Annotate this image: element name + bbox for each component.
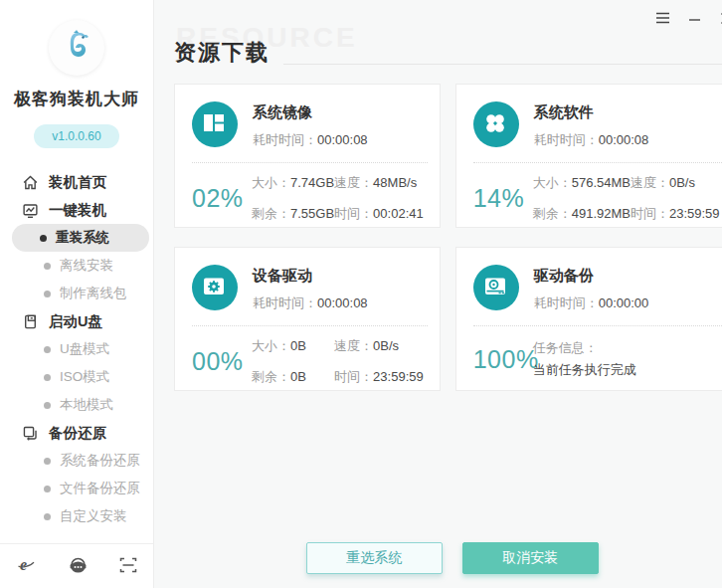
title-divider: [283, 64, 722, 65]
sidebar-item-label: 制作离线包: [60, 285, 127, 302]
stat-value: 576.54MB: [572, 175, 631, 190]
progress-percent: 02%: [192, 184, 252, 213]
sidebar-item-custom-install[interactable]: 自定义安装: [0, 502, 153, 530]
cancel-install-button[interactable]: 取消安装: [462, 542, 599, 574]
app-window: 极客狗装机大师 v1.0.0.60 装机首页 一键装机 重装系统: [0, 0, 722, 588]
bullet-icon: [44, 513, 51, 520]
stat-label: 速度：: [334, 175, 373, 190]
progress-percent: 100%: [473, 345, 533, 374]
elapsed-label: 耗时时间：: [253, 132, 317, 147]
card-device-driver: 设备驱动 耗时时间：00:00:08 00% 大小：0B 速度：0B/s 剩余：…: [174, 247, 441, 391]
elapsed-value: 00:00:00: [599, 295, 649, 310]
svg-text:e: e: [20, 556, 27, 573]
stat-label: 剩余：: [533, 206, 572, 221]
usb-drive-icon: [22, 313, 39, 330]
download-cards: 系统镜像 耗时时间：00:00:08 02% 大小：7.74GB 速度：48MB…: [174, 84, 722, 391]
version-badge: v1.0.0.60: [34, 124, 118, 148]
sidebar-item-iso-mode[interactable]: ISO模式: [0, 363, 153, 391]
sidebar-item-local-mode[interactable]: 本地模式: [0, 391, 153, 419]
stat-label: 大小：: [252, 338, 290, 353]
bullet-icon: [44, 263, 51, 270]
card-title: 驱动备份: [534, 267, 649, 286]
card-divider: [192, 162, 428, 163]
sidebar-item-label: 文件备份还原: [60, 480, 140, 497]
action-buttons: 重选系统 取消安装: [154, 542, 722, 574]
sidebar-item-label: ISO模式: [60, 368, 109, 386]
sidebar-item-file-backup-restore[interactable]: 文件备份还原: [0, 475, 153, 502]
stat-value: 491.92MB: [572, 206, 631, 221]
sidebar-item-boot-usb[interactable]: 启动U盘: [0, 307, 153, 335]
sidebar-footer: e: [0, 543, 153, 588]
stat-value: 48MB/s: [373, 175, 417, 190]
stat-value: 0B/s: [669, 175, 695, 190]
sidebar-item-label: 重装系统: [56, 229, 109, 247]
minimize-icon[interactable]: [687, 10, 703, 26]
bullet-icon: [40, 235, 47, 242]
close-icon[interactable]: [719, 10, 722, 26]
dog-logo-icon: [55, 26, 98, 70]
sidebar-item-label: 备份还原: [49, 424, 106, 443]
bullet-icon: [44, 374, 51, 381]
browser-icon[interactable]: e: [16, 555, 36, 575]
stat-label: 剩余：: [252, 369, 290, 384]
scan-icon[interactable]: [119, 556, 137, 574]
elapsed-label: 耗时时间：: [534, 132, 599, 147]
app-logo: [49, 20, 104, 76]
app-name: 极客狗装机大师: [14, 88, 139, 110]
stat-value: 7.55GB: [290, 206, 334, 221]
bullet-icon: [44, 458, 51, 465]
stat-value: 23:59:59: [669, 206, 720, 221]
elapsed-value: 00:00:08: [599, 132, 649, 147]
page-title: 资源下载: [174, 38, 270, 68]
sidebar: 极客狗装机大师 v1.0.0.60 装机首页 一键装机 重装系统: [0, 0, 154, 588]
card-system-image: 系统镜像 耗时时间：00:00:08 02% 大小：7.74GB 速度：48MB…: [174, 84, 441, 228]
sidebar-item-usb-mode[interactable]: U盘模式: [0, 335, 153, 363]
stat-label: 时间：: [334, 369, 373, 384]
card-system-software: 系统软件 耗时时间：00:00:08 14% 大小：576.54MB 速度：0B…: [455, 84, 722, 228]
sidebar-item-system-backup-restore[interactable]: 系统备份还原: [0, 447, 153, 475]
sidebar-item-make-offline-pack[interactable]: 制作离线包: [0, 280, 153, 307]
card-driver-backup: 驱动备份 耗时时间：00:00:00 100% 任务信息： 当前任务执行完成: [455, 247, 722, 391]
elapsed-label: 耗时时间：: [534, 295, 599, 310]
support-headset-icon[interactable]: [68, 556, 89, 575]
sidebar-item-reinstall-system[interactable]: 重装系统: [12, 224, 149, 252]
page-header: RESOURCE 资源下载: [174, 34, 722, 68]
card-title: 系统镜像: [253, 103, 368, 122]
sidebar-item-backup-restore[interactable]: 备份还原: [0, 419, 153, 447]
driver-backup-icon: [473, 265, 519, 310]
sidebar-item-label: 系统备份还原: [60, 452, 140, 470]
task-info-label: 任务信息：: [533, 337, 636, 359]
stat-value: 0B: [290, 338, 306, 353]
menu-icon[interactable]: [655, 10, 671, 26]
home-icon: [22, 174, 39, 191]
task-info-value: 当前任务执行完成: [533, 359, 636, 381]
backup-restore-icon: [22, 425, 39, 442]
progress-percent: 14%: [473, 184, 533, 213]
card-divider: [473, 325, 722, 326]
monitor-chart-icon: [22, 202, 39, 219]
window-controls: [655, 10, 722, 26]
sidebar-item-label: 离线安装: [60, 257, 113, 275]
stat-value: 0B/s: [373, 338, 399, 353]
sidebar-item-label: U盘模式: [60, 340, 109, 358]
card-divider: [192, 325, 428, 326]
sidebar-item-label: 装机首页: [49, 173, 106, 192]
sidebar-item-label: 本地模式: [60, 396, 113, 414]
progress-percent: 00%: [192, 347, 252, 376]
system-software-icon: [473, 101, 519, 147]
sidebar-item-label: 启动U盘: [49, 312, 102, 331]
device-driver-icon: [192, 265, 238, 310]
stat-value: 7.74GB: [290, 175, 334, 190]
sidebar-item-home[interactable]: 装机首页: [0, 168, 153, 196]
stat-label: 速度：: [631, 175, 669, 190]
reselect-system-button[interactable]: 重选系统: [306, 542, 443, 574]
sidebar-item-onekey-install[interactable]: 一键装机: [0, 196, 153, 224]
card-title: 系统软件: [534, 103, 649, 122]
sidebar-nav: 装机首页 一键装机 重装系统 离线安装 制作离线包: [0, 168, 153, 530]
stat-label: 时间：: [334, 206, 373, 221]
elapsed-label: 耗时时间：: [253, 295, 317, 310]
sidebar-item-offline-install[interactable]: 离线安装: [0, 252, 153, 280]
stat-label: 剩余：: [252, 206, 290, 221]
stat-label: 大小：: [533, 175, 572, 190]
stat-value: 00:02:41: [373, 206, 424, 221]
